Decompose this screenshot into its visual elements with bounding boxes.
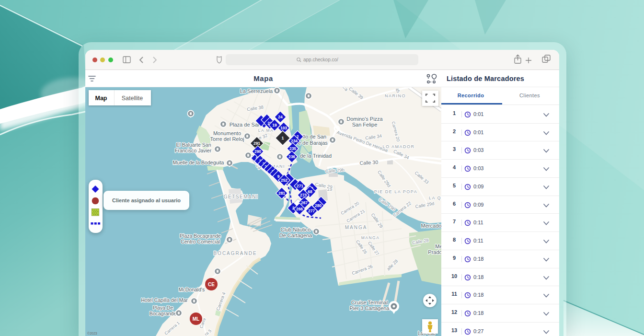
svg-text:MANGA: MANGA	[345, 225, 368, 230]
svg-text:Hotel Capilla del Mar: Hotel Capilla del Mar	[141, 297, 188, 303]
svg-text:tillo de San: tillo de San	[300, 134, 326, 139]
svg-text:MANGA: MANGA	[361, 235, 380, 240]
svg-text:277: 277	[308, 209, 315, 213]
svg-text:103: 103	[280, 126, 287, 130]
svg-text:Francisco Javier: Francisco Javier	[175, 148, 212, 153]
svg-text:El Baluarte San: El Baluarte San	[176, 142, 211, 148]
svg-text:1: 1	[281, 136, 284, 140]
svg-text:San Felipe: San Felipe	[352, 122, 378, 127]
svg-text:GETSEMANI: GETSEMANI	[224, 194, 258, 199]
svg-text:273: 273	[300, 193, 307, 197]
svg-text:Monumento: Monumento	[213, 130, 241, 136]
svg-text:24: 24	[278, 115, 283, 119]
svg-text:290: 290	[254, 149, 261, 154]
svg-text:281: 281	[278, 191, 285, 196]
svg-text:Playa De: Playa De	[153, 305, 173, 311]
svg-text:Satellite: Satellite	[122, 95, 143, 102]
svg-text:Plaza Bocagrande: Plaza Bocagrande	[180, 233, 221, 239]
svg-text:9: 9	[277, 174, 280, 179]
svg-text:Cruise Terminal: Cruise Terminal	[351, 300, 388, 305]
svg-text:app.checkop.co/: app.checkop.co/	[303, 57, 338, 62]
svg-text:19: 19	[272, 123, 277, 127]
svg-text:McDonald's: McDonald's	[179, 287, 205, 292]
svg-text:Muelle de la Bodeguita: Muelle de la Bodeguita	[173, 160, 224, 165]
svg-text:68: 68	[308, 189, 312, 194]
svg-text:236: 236	[288, 154, 295, 159]
svg-text:NARINO: NARINO	[385, 93, 406, 98]
svg-text:271: 271	[297, 184, 303, 188]
svg-text:©2023: ©2023	[87, 332, 97, 335]
svg-text:ML: ML	[193, 316, 199, 322]
svg-text:Bocagrande: Bocagrande	[150, 311, 177, 316]
svg-text:Prado: Prado	[428, 249, 441, 255]
svg-text:Club Náutico: Club Náutico	[281, 227, 311, 232]
svg-text:Torre del Reloj: Torre del Reloj	[210, 136, 244, 142]
svg-text:267: 267	[301, 200, 308, 205]
svg-text:LO AMADOR: LO AMADOR	[382, 144, 414, 149]
svg-text:CE: CE	[208, 282, 215, 287]
svg-text:Me: Me	[435, 243, 441, 249]
svg-text:252: 252	[281, 178, 288, 183]
svg-text:291: 291	[253, 141, 260, 146]
svg-text:e de Barajas: e de Barajas	[298, 140, 328, 146]
svg-text:266: 266	[296, 207, 303, 211]
svg-text:Calle 29b: Calle 29b	[325, 167, 345, 174]
svg-text:de la Trinidad: de la Trinidad	[300, 153, 332, 159]
svg-text:280: 280	[315, 203, 322, 208]
svg-text:Calle 30: Calle 30	[359, 159, 378, 166]
svg-text:Centro Comercial: Centro Comercial	[181, 239, 220, 244]
svg-text:PIE DE LA POPA: PIE DE LA POPA	[374, 189, 417, 194]
svg-text:Domino's Pizza: Domino's Pizza	[346, 116, 383, 122]
svg-text:235: 235	[289, 146, 296, 151]
svg-text:Pier 3 Cartagena: Pier 3 Cartagena	[349, 305, 390, 311]
svg-text:Mercado: Mercado	[421, 223, 441, 229]
svg-text:LA MA: LA MA	[258, 128, 274, 133]
svg-text:La Serrezuela: La Serrezuela	[240, 88, 273, 94]
svg-text:Map: Map	[95, 95, 107, 102]
svg-text:BOCAGRANDE: BOCAGRANDE	[213, 251, 257, 256]
svg-text:De Cartagena: De Cartagena	[279, 232, 312, 238]
svg-text:234: 234	[291, 139, 298, 143]
svg-text:LA QU: LA QU	[429, 196, 441, 200]
